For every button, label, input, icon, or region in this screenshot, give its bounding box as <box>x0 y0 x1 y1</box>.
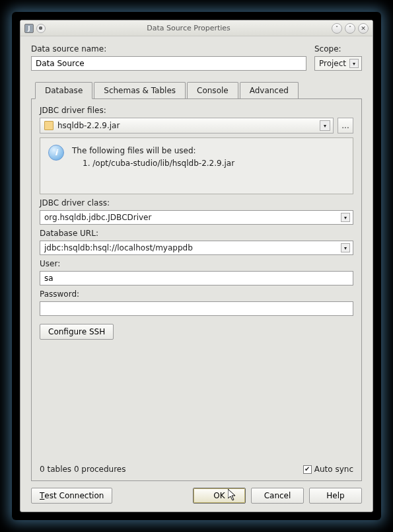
dialog-footer: Test Connection OK Cancel Help <box>31 481 362 504</box>
checkbox-icon: ✔ <box>303 465 312 474</box>
db-url-label: Database URL: <box>40 229 353 238</box>
chevron-down-icon: ▾ <box>341 213 350 222</box>
user-input[interactable] <box>40 271 353 285</box>
driver-class-value: org.hsqldb.jdbc.JDBCDriver <box>44 213 341 222</box>
maximize-button[interactable]: ˄ <box>345 23 355 34</box>
tab-console[interactable]: Console <box>187 82 238 99</box>
info-item-path: /opt/cuba-studio/lib/hsqldb-2.2.9.jar <box>92 159 234 168</box>
pin-icon[interactable]: ⏺ <box>36 24 46 33</box>
test-connection-button[interactable]: Test Connection <box>31 488 112 504</box>
status-text: 0 tables 0 procedures <box>40 465 126 474</box>
tab-advanced[interactable]: Advanced <box>240 82 299 99</box>
tab-strip: Database Schemas & Tables Console Advanc… <box>31 81 362 98</box>
tab-body: JDBC driver files: hsqldb-2.2.9.jar ▾ ..… <box>31 98 362 481</box>
db-url-combo[interactable]: jdbc:hsqldb:hsql://localhost/myappdb ▾ <box>40 241 353 255</box>
test-conn-label-rest: est Connection <box>44 491 104 500</box>
chevron-down-icon: ▾ <box>349 59 359 68</box>
driver-files-combo[interactable]: hsqldb-2.2.9.jar ▾ <box>40 118 334 133</box>
configure-ssh-button[interactable]: Configure SSH <box>40 324 114 340</box>
app-icon: J <box>24 24 34 33</box>
driver-class-label: JDBC driver class: <box>40 198 353 208</box>
cancel-button[interactable]: Cancel <box>251 488 304 504</box>
chevron-down-icon: ▾ <box>341 243 350 252</box>
help-button[interactable]: Help <box>309 488 362 504</box>
driver-class-combo[interactable]: org.hsqldb.jdbc.JDBCDriver ▾ <box>40 210 353 225</box>
scope-value: Project <box>319 59 347 68</box>
scope-label: Scope: <box>314 44 362 54</box>
password-label: Password: <box>40 289 353 299</box>
driver-file-value: hsqldb-2.2.9.jar <box>57 121 320 130</box>
info-line-1: The following files will be used: <box>72 145 234 157</box>
password-input[interactable] <box>40 301 353 316</box>
name-input[interactable] <box>31 56 306 71</box>
auto-sync-checkbox[interactable]: ✔ Auto sync <box>303 465 353 474</box>
driver-browse-button[interactable]: ... <box>338 118 353 133</box>
close-button[interactable]: ✕ <box>358 23 369 34</box>
driver-files-label: JDBC driver files: <box>40 106 353 115</box>
dialog-window: J ⏺ Data Source Properties ˅ ˄ ✕ Data so… <box>20 20 373 512</box>
user-label: User: <box>40 259 353 268</box>
name-label: Data source name: <box>31 44 306 54</box>
info-icon: i <box>48 145 64 161</box>
window-title: Data Source Properties <box>46 24 332 32</box>
ok-button[interactable]: OK <box>193 488 246 504</box>
chevron-down-icon: ▾ <box>320 120 330 131</box>
tab-database[interactable]: Database <box>35 82 92 99</box>
driver-info-box: i The following files will be used: 1. /… <box>40 137 353 194</box>
jar-icon <box>44 121 54 130</box>
auto-sync-label: Auto sync <box>314 465 353 474</box>
scope-select[interactable]: Project ▾ <box>314 56 362 71</box>
minimize-button[interactable]: ˅ <box>332 23 342 34</box>
titlebar: J ⏺ Data Source Properties ˅ ˄ ✕ <box>20 20 373 36</box>
info-item-prefix: 1. <box>83 159 90 168</box>
tab-schemas[interactable]: Schemas & Tables <box>94 82 186 99</box>
db-url-value: jdbc:hsqldb:hsql://localhost/myappdb <box>44 243 341 252</box>
